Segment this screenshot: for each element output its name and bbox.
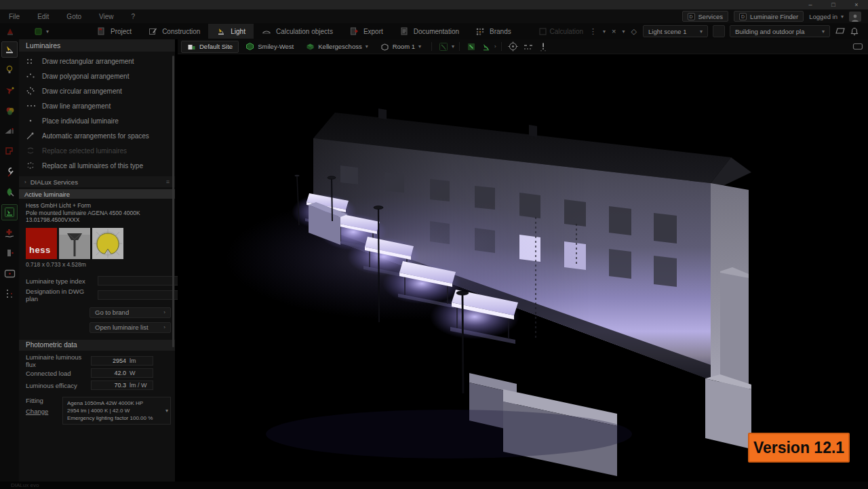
action-draw-polygonal[interactable]: Draw polygonal arrangement xyxy=(19,69,175,83)
breadcrumb-site-button[interactable]: Default Site xyxy=(181,41,239,53)
luminaire-group-button[interactable] xyxy=(479,41,493,53)
surface-icon[interactable] xyxy=(835,27,846,35)
green-tool-button[interactable]: ▾ xyxy=(33,26,49,37)
photometric-curve-thumbnail[interactable] xyxy=(92,228,123,259)
rail-energy-button[interactable] xyxy=(1,184,18,200)
connected-load-row: Connected load 42.0 W xyxy=(19,368,175,379)
go-to-brand-button[interactable]: Go to brand › xyxy=(90,307,171,318)
display-icon xyxy=(852,43,863,50)
action-replace-all-of-type[interactable]: Replace all luminaires of this type xyxy=(19,158,175,173)
rail-more-button[interactable] xyxy=(1,286,18,302)
luminous-flux-field[interactable]: 2954 lm xyxy=(91,356,153,366)
breadcrumb-building-button[interactable]: Smiley-West xyxy=(240,41,299,53)
focus-target-button[interactable] xyxy=(507,41,520,53)
action-automatic-arrangements[interactable]: Automatic arrangements for spaces xyxy=(19,128,175,143)
chevron-down-icon[interactable]: ▾ xyxy=(603,28,606,35)
menu-item-edit[interactable]: Edit xyxy=(28,13,58,20)
rail-luminaires-button[interactable] xyxy=(1,41,18,58)
mode-tab-construction[interactable]: Construction xyxy=(140,24,208,39)
fitting-select[interactable]: Agena 1050mA 42W 4000K HP 2954 lm | 4000… xyxy=(62,397,171,425)
chevron-right-icon[interactable]: › xyxy=(494,43,496,50)
rail-active-luminaire-button[interactable] xyxy=(1,204,18,220)
open-luminaire-list-button[interactable]: Open luminaire list › xyxy=(90,322,171,333)
action-draw-rectangular[interactable]: Draw rectangular arrangement xyxy=(19,54,175,69)
rail-scene-button[interactable] xyxy=(1,224,18,241)
storey-box-icon xyxy=(306,42,315,51)
mode-tab-brands[interactable]: Brands xyxy=(467,24,519,39)
hess-logo: hess xyxy=(29,245,51,255)
luminaire-finder-button[interactable]: D Luminaire Finder xyxy=(734,11,804,22)
rail-column-button[interactable] xyxy=(1,245,18,261)
change-fitting-link[interactable]: Change xyxy=(26,408,62,415)
close-button[interactable]: × xyxy=(845,0,868,9)
rail-tools-button[interactable] xyxy=(1,163,18,180)
rail-display-button[interactable] xyxy=(1,265,18,281)
gear-icon[interactable]: ◇ xyxy=(630,27,638,36)
breadcrumb-room-button[interactable]: Room 1 ▾ xyxy=(375,41,427,53)
mode-tab-calculation-objects[interactable]: Calculation objects xyxy=(254,24,341,39)
menu-item-help[interactable]: ? xyxy=(123,13,144,20)
vertical-dots-icon[interactable]: ⋮ xyxy=(588,27,598,36)
rail-lamp-button[interactable] xyxy=(1,62,18,78)
title-bar: – □ × xyxy=(0,0,868,9)
display-mode-button[interactable] xyxy=(851,41,865,53)
view-filter-select[interactable]: Building and outdoor pla ▾ xyxy=(730,25,830,37)
luminaire-on-icon xyxy=(467,42,476,52)
green-tool-icon xyxy=(33,26,43,37)
luminaire-off-button[interactable] xyxy=(437,41,450,53)
menu-item-file[interactable]: File xyxy=(0,13,28,20)
action-place-individual[interactable]: Place individual luminaire xyxy=(19,113,175,128)
light-icon xyxy=(216,26,226,36)
minimize-button[interactable]: – xyxy=(799,0,822,9)
rail-colors-button[interactable] xyxy=(1,102,18,119)
chevron-down-icon[interactable]: ▾ xyxy=(452,43,454,50)
replace-selected-icon xyxy=(26,146,35,155)
scene-preview-button[interactable] xyxy=(713,25,725,37)
chevron-down-icon[interactable]: ▾ xyxy=(623,28,625,35)
panel-scrollbar[interactable] xyxy=(172,56,174,347)
action-draw-circular[interactable]: Draw circular arrangement xyxy=(19,83,175,98)
logged-in-menu[interactable]: Logged in ▾ xyxy=(809,13,844,20)
app-name-label: DIALux evo xyxy=(11,482,39,488)
luminaire-on-button[interactable] xyxy=(465,41,478,53)
mode-tab-label: Project xyxy=(111,28,132,35)
luminaire-group-icon xyxy=(481,42,491,52)
action-draw-line[interactable]: Draw line arrangement xyxy=(19,98,175,113)
user-avatar[interactable] xyxy=(849,12,861,22)
dwg-designation-input[interactable] xyxy=(98,290,184,300)
rail-floorplan-button[interactable] xyxy=(1,143,18,159)
version-badge-label: Version 12.1 xyxy=(753,439,844,457)
calculation-button[interactable]: Calculation xyxy=(539,28,583,35)
luminous-efficacy-field[interactable]: 70.3 lm / W xyxy=(91,380,153,390)
rail-daylight-button[interactable] xyxy=(1,123,18,139)
maximize-button[interactable]: □ xyxy=(822,0,845,9)
mode-tab-light[interactable]: Light xyxy=(208,24,254,39)
red-tool-icon[interactable] xyxy=(5,26,16,37)
type-index-input[interactable] xyxy=(98,276,184,286)
annotation-button[interactable] xyxy=(536,41,550,53)
dialux-services-header[interactable]: › DIALux Services ≡ xyxy=(19,176,175,187)
light-scene-select[interactable]: Light scene 1 ▾ xyxy=(643,25,708,37)
chevron-down-icon: ▾ xyxy=(366,43,368,50)
breadcrumb-storey-label: Kellergeschoss xyxy=(318,43,361,50)
luminaire-photo-thumbnail[interactable] xyxy=(59,228,90,259)
menu-item-view[interactable]: View xyxy=(90,13,123,20)
clear-selection-button[interactable]: × xyxy=(610,27,617,35)
action-label: Draw rectangular arrangement xyxy=(42,58,134,65)
bell-icon[interactable] xyxy=(850,27,859,36)
menu-item-goto[interactable]: Goto xyxy=(58,13,90,20)
mode-tab-project[interactable]: Project xyxy=(88,24,140,39)
viewport-3d[interactable]: Version 12.1 xyxy=(178,54,868,482)
dimension-lines-button[interactable] xyxy=(521,41,535,53)
mode-tab-label: Export xyxy=(363,28,383,35)
brand-logo-thumbnail[interactable]: hess xyxy=(26,228,57,259)
mode-tab-export[interactable]: Export xyxy=(341,24,391,39)
menu-lines-icon: ≡ xyxy=(166,178,170,185)
connected-load-field[interactable]: 42.0 W xyxy=(91,368,153,378)
mode-tab-documentation[interactable]: Documentation xyxy=(391,24,467,39)
services-button[interactable]: D Services xyxy=(682,11,728,22)
luminous-flux-row: Luminaire luminous flux 2954 lm xyxy=(19,355,175,367)
action-label: Draw circular arrangement xyxy=(42,87,122,95)
breadcrumb-storey-button[interactable]: Kellergeschoss ▾ xyxy=(300,41,373,53)
rail-filter-button[interactable] xyxy=(1,82,18,98)
